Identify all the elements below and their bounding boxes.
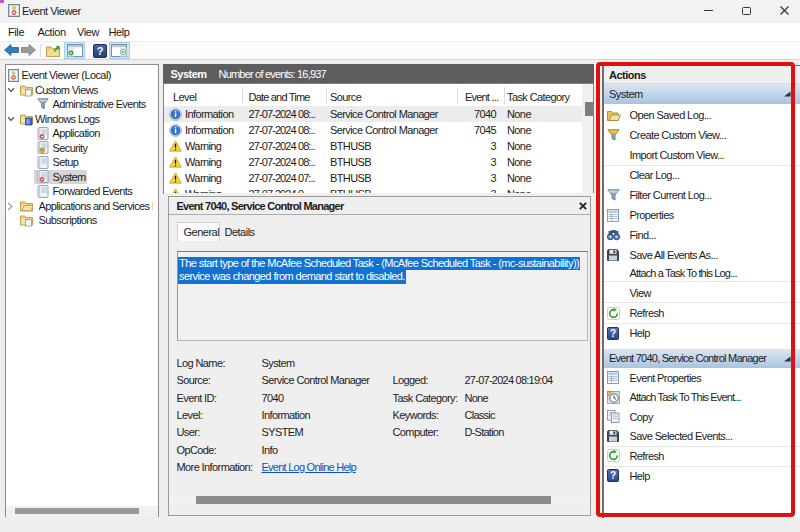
svg-text:?: ? <box>96 45 103 57</box>
